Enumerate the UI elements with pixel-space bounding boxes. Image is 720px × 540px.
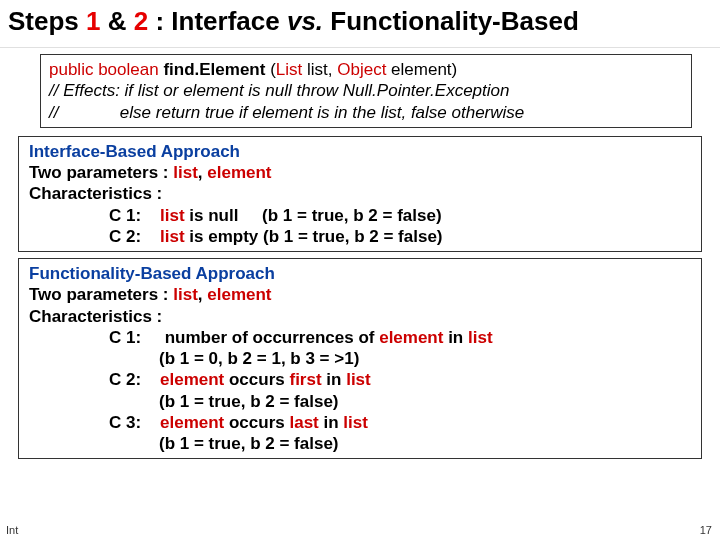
kw-public: public — [49, 60, 93, 79]
kw-boolean: boolean — [98, 60, 159, 79]
interface-approach-box: Interface-Based Approach Two parameters … — [18, 136, 702, 252]
param-element: element) — [386, 60, 457, 79]
param-list: list, — [302, 60, 337, 79]
title-step2: 2 — [134, 6, 148, 36]
two-params-label: Two parameters : — [29, 163, 173, 182]
c1-text: is null — [185, 206, 262, 225]
c2-text2: in — [322, 370, 347, 389]
effects-text-2: else return true if element is in the li… — [120, 103, 524, 122]
c1-text-a: number of occurrences of — [165, 328, 379, 347]
c2-vals: (b 1 = true, b 2 = false) — [263, 227, 443, 246]
title-vs: vs. — [287, 6, 323, 36]
func-c3-vals: (b 1 = true, b 2 = false) — [29, 433, 691, 454]
two-params-label: Two parameters : — [29, 285, 173, 304]
method-name: find.Element — [163, 60, 265, 79]
page-number: 17 — [700, 524, 712, 536]
c1-label: C 1: — [109, 328, 165, 347]
func-c1: C 1: number of occurrences of element in… — [29, 327, 691, 348]
func-c1-vals: (b 1 = 0, b 2 = 1, b 3 = >1) — [29, 348, 691, 369]
comment-cont: // — [49, 103, 120, 122]
c2-text: occurs — [224, 370, 289, 389]
c1-list: list — [468, 328, 493, 347]
interface-c2: C 2: list is empty (b 1 = true, b 2 = fa… — [29, 226, 691, 247]
functionality-approach-box: Functionality-Based Approach Two paramet… — [18, 258, 702, 459]
c3-element: element — [160, 413, 224, 432]
footnote-left: Int — [6, 524, 18, 536]
title-step1: 1 — [86, 6, 100, 36]
c2-element: element — [160, 370, 224, 389]
c2-label: C 2: — [109, 227, 160, 246]
param-list-red: list — [173, 285, 198, 304]
c2-label: C 2: — [109, 370, 160, 389]
signature-line-2: // Effects: if list or element is null t… — [49, 80, 683, 101]
interface-params: Two parameters : list, element — [29, 162, 691, 183]
signature-line-3: // else return true if element is in the… — [49, 102, 683, 123]
func-heading: Functionality-Based Approach — [29, 263, 691, 284]
c3-text: occurs — [224, 413, 289, 432]
func-c3: C 3: element occurs last in list — [29, 412, 691, 433]
func-c2-vals: (b 1 = true, b 2 = false) — [29, 391, 691, 412]
c1-label: C 1: — [109, 206, 160, 225]
interface-chars-label: Characteristics : — [29, 183, 691, 204]
title-rhs: Functionality-Based — [330, 6, 578, 36]
c2-list: list — [346, 370, 371, 389]
c1-element: element — [379, 328, 443, 347]
comma: , — [198, 163, 207, 182]
type-list: List — [276, 60, 302, 79]
c2-list: list — [160, 227, 185, 246]
effects-text-1: if list or element is null throw Null.Po… — [120, 81, 510, 100]
param-element-red: element — [207, 285, 271, 304]
c1-vals: (b 1 = true, b 2 = false) — [262, 206, 442, 225]
c3-text2: in — [319, 413, 344, 432]
slide-title: Steps 1 & 2 : Interface vs. Functionalit… — [0, 0, 720, 48]
c1-list: list — [160, 206, 185, 225]
func-c2: C 2: element occurs first in list — [29, 369, 691, 390]
sig-open: ( — [265, 60, 275, 79]
type-object: Object — [337, 60, 386, 79]
c1-text-b: in — [443, 328, 468, 347]
func-chars-label: Characteristics : — [29, 306, 691, 327]
comma: , — [198, 285, 207, 304]
param-list-red: list — [173, 163, 198, 182]
title-lhs: Interface — [171, 6, 279, 36]
c2-text: is empty — [185, 227, 263, 246]
title-amp: & — [101, 6, 134, 36]
method-signature-box: public boolean find.Element (List list, … — [40, 54, 692, 128]
interface-c1: C 1: list is null (b 1 = true, b 2 = fal… — [29, 205, 691, 226]
title-colon: : — [148, 6, 171, 36]
signature-line-1: public boolean find.Element (List list, … — [49, 59, 683, 80]
c2-first: first — [289, 370, 321, 389]
func-params: Two parameters : list, element — [29, 284, 691, 305]
c3-list: list — [343, 413, 368, 432]
c3-label: C 3: — [109, 413, 160, 432]
param-element-red: element — [207, 163, 271, 182]
effects-label: // Effects: — [49, 81, 120, 100]
interface-heading: Interface-Based Approach — [29, 141, 691, 162]
title-steps-label: Steps — [8, 6, 79, 36]
c3-last: last — [289, 413, 318, 432]
